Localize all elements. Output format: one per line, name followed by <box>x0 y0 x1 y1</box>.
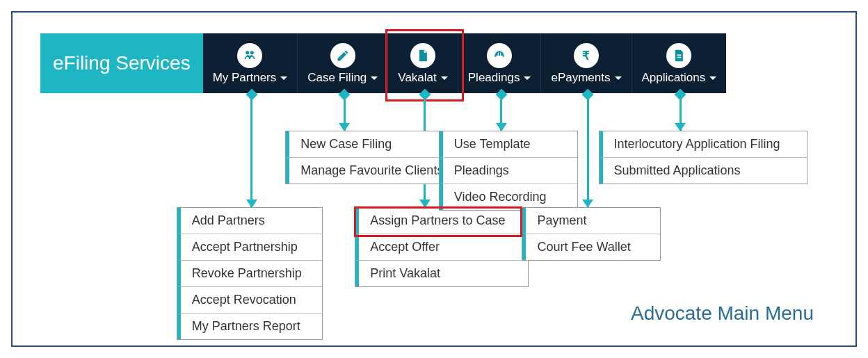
hands-icon <box>487 43 512 68</box>
menu-item[interactable]: New Case Filing <box>286 131 458 158</box>
rupee-icon: ₹ <box>574 43 599 68</box>
chevron-down-icon <box>280 76 287 80</box>
menu-item[interactable]: Manage Favourite Clients <box>286 158 458 184</box>
connector-line <box>680 95 682 131</box>
dropdown-pleadings: Use Template Pleadings Video Recording <box>439 131 578 211</box>
pencil-icon <box>330 43 355 68</box>
menu-item[interactable]: Assign Partners to Case <box>355 208 528 234</box>
nav-label: Vakalat <box>398 71 436 85</box>
dropdown-my-partners: Add Partners Accept Partnership Revoke P… <box>177 207 323 340</box>
diagram-caption: Advocate Main Menu <box>631 302 814 325</box>
connector-line <box>344 95 346 131</box>
connector-line <box>250 95 252 207</box>
chevron-down-icon <box>615 76 622 80</box>
nav-label: Pleadings <box>468 71 520 85</box>
nav-epayments[interactable]: ₹ ePayments <box>541 33 632 93</box>
nav-label: Case Filing <box>307 71 367 85</box>
nav-my-partners[interactable]: My Partners <box>203 33 298 93</box>
menu-item[interactable]: Use Template <box>440 131 577 158</box>
nav-label: My Partners <box>213 71 277 85</box>
menu-item[interactable]: Payment <box>522 208 660 234</box>
menu-item[interactable]: Submitted Applications <box>600 158 807 184</box>
chevron-down-icon <box>524 76 531 80</box>
svg-rect-4 <box>677 57 682 58</box>
nav-pleadings[interactable]: Pleadings <box>458 33 542 93</box>
menu-item[interactable]: Revoke Partnership <box>177 261 322 287</box>
menu-item[interactable]: Pleadings <box>440 158 577 184</box>
nav-case-filing[interactable]: Case Filing <box>298 33 388 93</box>
dropdown-epayments: Payment Court Fee Wallet <box>522 207 661 261</box>
svg-text:₹: ₹ <box>582 49 590 63</box>
svg-point-0 <box>246 51 250 54</box>
document-icon <box>410 43 435 68</box>
main-menubar: eFiling Services My Partners Case Filing <box>40 33 828 93</box>
nav-applications[interactable]: Applications <box>632 33 727 93</box>
menu-item[interactable]: Accept Partnership <box>177 234 322 261</box>
menu-item[interactable]: Add Partners <box>177 208 322 234</box>
menu-item[interactable]: Print Vakalat <box>355 261 528 286</box>
partners-icon <box>237 43 262 68</box>
connector-line <box>500 95 502 131</box>
nav-vakalat[interactable]: Vakalat <box>388 33 458 93</box>
chevron-down-icon <box>371 76 378 80</box>
dropdown-vakalat: Assign Partners to Case Accept Offer Pri… <box>355 207 529 287</box>
menu-item[interactable]: Court Fee Wallet <box>522 234 660 260</box>
chevron-down-icon <box>709 76 716 80</box>
svg-rect-3 <box>677 54 682 56</box>
menu-item[interactable]: Accept Revocation <box>177 287 322 314</box>
menu-item[interactable]: My Partners Report <box>177 314 322 339</box>
diagram-frame: eFiling Services My Partners Case Filing <box>11 11 857 347</box>
connector-line <box>587 95 589 207</box>
brand-label: eFiling Services <box>40 33 203 93</box>
chevron-down-icon <box>441 76 448 80</box>
file-icon <box>666 43 691 68</box>
nav-label: Applications <box>642 71 706 85</box>
menu-item[interactable]: Accept Offer <box>355 234 528 261</box>
svg-point-1 <box>250 51 254 54</box>
menu-item[interactable]: Interlocutory Application Filing <box>600 131 807 158</box>
dropdown-applications: Interlocutory Application Filing Submitt… <box>599 131 807 184</box>
menu-item[interactable]: Video Recording <box>440 184 577 210</box>
dropdown-case-filing: New Case Filing Manage Favourite Clients <box>285 131 459 184</box>
nav-label: ePayments <box>551 71 610 85</box>
